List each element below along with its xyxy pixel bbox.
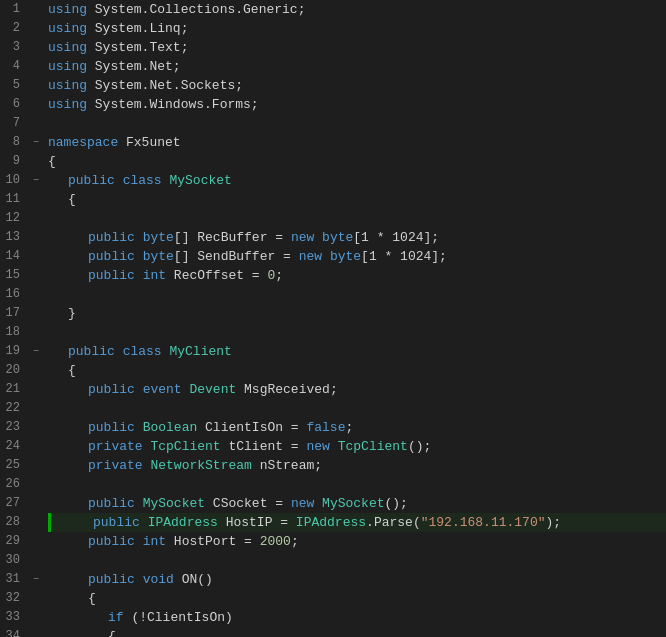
code-line: using System.Linq; (48, 19, 666, 38)
line-number: 27 (4, 494, 20, 513)
fold-marker (28, 57, 44, 76)
fold-marker (28, 399, 44, 418)
kw-token: private (88, 439, 143, 454)
fold-marker (28, 589, 44, 608)
kw-token: public (88, 230, 135, 245)
line-number: 28 (4, 513, 20, 532)
fold-marker[interactable]: − (28, 342, 44, 361)
plain-token (135, 420, 143, 435)
plain-token: System.Linq; (87, 21, 188, 36)
plain-token: System.Net.Sockets; (87, 78, 243, 93)
line-number: 21 (4, 380, 20, 399)
type-token: IPAddress (296, 515, 366, 530)
kw-token: byte (143, 249, 174, 264)
plain-token: ); (546, 515, 562, 530)
kw-token: public (88, 420, 135, 435)
fold-marker (28, 19, 44, 38)
line-number: 12 (4, 209, 20, 228)
code-line: } (48, 304, 666, 323)
plain-token: } (68, 306, 76, 321)
type-token: TcpClient (338, 439, 408, 454)
kw-token: public (88, 268, 135, 283)
line-number: 19 (4, 342, 20, 361)
kw-token: using (48, 21, 87, 36)
fold-marker (28, 228, 44, 247)
code-line: public int HostPort = 2000; (48, 532, 666, 551)
plain-token (135, 382, 143, 397)
fold-marker (28, 323, 44, 342)
code-line: { (48, 589, 666, 608)
kw-token: public (93, 515, 140, 530)
num-token: 2000 (260, 534, 291, 549)
plain-token: { (48, 154, 56, 169)
code-line: if (!ClientIsOn) (48, 608, 666, 627)
kw-token: void (143, 572, 174, 587)
code-line: public byte[] SendBuffer = new byte[1 * … (48, 247, 666, 266)
code-line: public byte[] RecBuffer = new byte[1 * 1… (48, 228, 666, 247)
line-number: 18 (4, 323, 20, 342)
code-line: { (48, 190, 666, 209)
code-editor: 1234567891011121314151617181920212223242… (0, 0, 666, 637)
kw-token: public (88, 534, 135, 549)
plain-token (135, 572, 143, 587)
type-token: TcpClient (150, 439, 220, 454)
kw-token: public (88, 382, 135, 397)
fold-marker (28, 114, 44, 133)
type-token: Devent (189, 382, 236, 397)
fold-marker[interactable]: − (28, 570, 44, 589)
kw-token: new (299, 249, 322, 264)
kw-token: public (68, 344, 115, 359)
kw-token: using (48, 2, 87, 17)
plain-token (135, 534, 143, 549)
fold-marker (28, 190, 44, 209)
code-line (48, 114, 666, 133)
fold-marker (28, 532, 44, 551)
plain-token: [1 * 1024]; (361, 249, 447, 264)
plain-token (135, 268, 143, 283)
code-line: using System.Text; (48, 38, 666, 57)
line-number: 16 (4, 285, 20, 304)
plain-token: HostIP = (218, 515, 296, 530)
line-number: 11 (4, 190, 20, 209)
type-token: MySocket (143, 496, 205, 511)
kw-token: using (48, 97, 87, 112)
plain-token: .Parse( (366, 515, 421, 530)
fold-marker[interactable]: − (28, 171, 44, 190)
plain-token: System.Collections.Generic; (87, 2, 305, 17)
plain-token: nStream; (252, 458, 322, 473)
kw-token: public (88, 572, 135, 587)
code-line (48, 285, 666, 304)
plain-token: Fx5unet (118, 135, 180, 150)
kw-token: using (48, 78, 87, 93)
plain-token: ; (291, 534, 299, 549)
code-line: public IPAddress HostIP = IPAddress.Pars… (48, 513, 666, 532)
code-line: public class MyClient (48, 342, 666, 361)
type-token: Boolean (143, 420, 198, 435)
fold-marker (28, 475, 44, 494)
kw-token: class (123, 173, 162, 188)
fold-marker (28, 0, 44, 19)
plain-token (140, 515, 148, 530)
code-line (48, 209, 666, 228)
fold-marker (28, 418, 44, 437)
plain-token: [] RecBuffer = (174, 230, 291, 245)
plain-token: System.Text; (87, 40, 188, 55)
kw-token: if (108, 610, 124, 625)
fold-marker[interactable]: − (28, 133, 44, 152)
plain-token (135, 230, 143, 245)
line-number: 32 (4, 589, 20, 608)
type-token: NetworkStream (150, 458, 251, 473)
line-number: 34 (4, 627, 20, 637)
code-line: public MySocket CSocket = new MySocket()… (48, 494, 666, 513)
line-number: 13 (4, 228, 20, 247)
fold-marker (28, 437, 44, 456)
type-token: MySocket (169, 173, 231, 188)
plain-token: (!ClientIsOn) (124, 610, 233, 625)
code-content: using System.Collections.Generic;using S… (44, 0, 666, 637)
type-token: MySocket (322, 496, 384, 511)
code-line: using System.Net.Sockets; (48, 76, 666, 95)
plain-token: ; (275, 268, 283, 283)
fold-marker (28, 513, 44, 532)
kw-token: byte (143, 230, 174, 245)
code-line: using System.Net; (48, 57, 666, 76)
